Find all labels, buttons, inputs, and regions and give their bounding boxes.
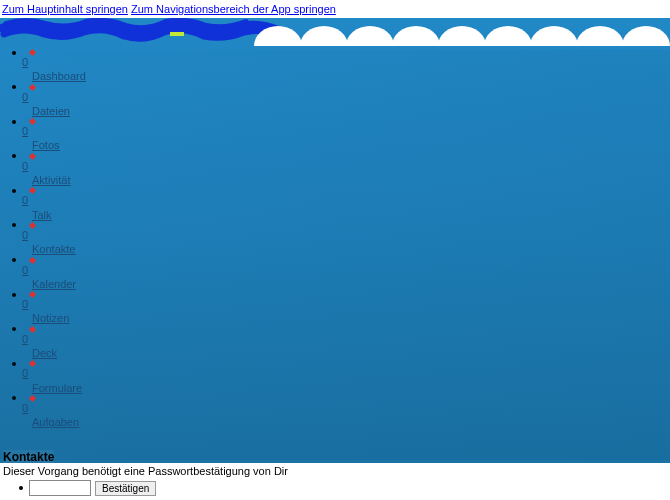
app-nav-list: 0 Dashboard 0 Dateien 0 Fotos 0 Aktivitä… — [0, 46, 670, 430]
nav-label: Dateien — [22, 104, 670, 118]
nav-item-aufgaben[interactable]: 0 Aufgaben — [22, 401, 670, 430]
page-title: Kontakte — [3, 450, 54, 464]
nav-item-deck[interactable]: 0 Deck — [22, 332, 670, 361]
nav-label: Notizen — [22, 311, 670, 325]
password-confirm-panel: Dieser Vorgang benötigt eine Passwortbes… — [0, 463, 670, 500]
nav-label: Kalender — [22, 277, 670, 291]
nav-item-kalender[interactable]: 0 Kalender — [22, 263, 670, 292]
nav-label: Aktivität — [22, 173, 670, 187]
skip-links: Zum Hauptinhalt springen Zum Navigations… — [0, 0, 670, 18]
nav-label: Kontakte — [22, 242, 670, 256]
nav-item-dashboard[interactable]: 0 Dashboard — [22, 55, 670, 84]
nav-count: 0 — [22, 332, 670, 346]
nav-item-dateien[interactable]: 0 Dateien — [22, 90, 670, 119]
confirm-button[interactable]: Bestätigen — [95, 481, 156, 496]
nav-label: Dashboard — [22, 69, 670, 83]
nav-label: Deck — [22, 346, 670, 360]
nav-item-talk[interactable]: 0 Talk — [22, 193, 670, 222]
logo-scribble — [0, 18, 280, 46]
nav-count: 0 — [22, 228, 670, 242]
nav-count: 0 — [22, 193, 670, 207]
nav-count: 0 — [22, 263, 670, 277]
nav-count: 0 — [22, 297, 670, 311]
list-bullet-icon — [19, 486, 23, 490]
nav-label: Fotos — [22, 138, 670, 152]
skip-app-nav-link[interactable]: Zum Navigationsbereich der App springen — [131, 3, 336, 15]
svg-rect-0 — [170, 32, 184, 36]
nav-item-fotos[interactable]: 0 Fotos — [22, 124, 670, 153]
confirm-message: Dieser Vorgang benötigt eine Passwortbes… — [3, 465, 667, 477]
nav-item-notizen[interactable]: 0 Notizen — [22, 297, 670, 326]
nav-count: 0 — [22, 159, 670, 173]
nav-count: 0 — [22, 366, 670, 380]
skip-main-content-link[interactable]: Zum Hauptinhalt springen — [2, 3, 128, 15]
nav-item-kontakte[interactable]: 0 Kontakte — [22, 228, 670, 257]
nav-count: 0 — [22, 55, 670, 69]
nav-item-aktivitaet[interactable]: 0 Aktivität — [22, 159, 670, 188]
header-waves-decoration — [256, 26, 670, 46]
nav-label: Formulare — [22, 381, 670, 395]
nav-label: Talk — [22, 208, 670, 222]
header-bar — [0, 18, 670, 46]
nav-count: 0 — [22, 401, 670, 415]
nav-count: 0 — [22, 124, 670, 138]
nav-item-formulare[interactable]: 0 Formulare — [22, 366, 670, 395]
password-input[interactable] — [29, 480, 91, 496]
nav-label: Aufgaben — [22, 415, 670, 429]
nav-count: 0 — [22, 90, 670, 104]
